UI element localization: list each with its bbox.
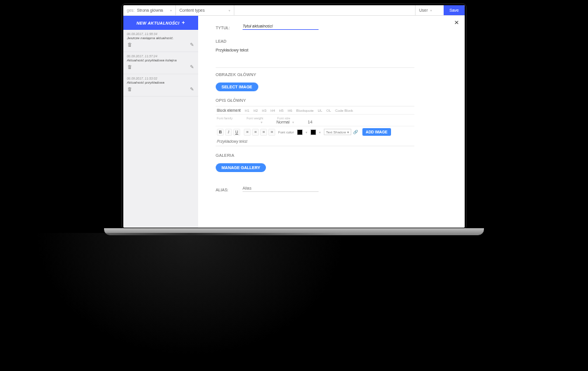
edit-icon[interactable]: ✎ [189,42,195,48]
chevron-down-icon: ▾ [170,8,172,12]
shadow [35,233,345,356]
item-timestamp: 06.09.2017, 11:53:02 [127,77,195,80]
breadcrumb-home: Strona główna [137,8,163,12]
divider [216,67,414,68]
heading-h5[interactable]: H5 [279,109,284,112]
main-desc-label: OPIS GŁÓWNY [216,98,447,102]
trash-icon[interactable]: 🗑 [127,64,133,70]
topbar-spacer [234,5,416,15]
item-title: Jeszcze następna aktualność. [127,36,195,40]
breadcrumb-pages[interactable]: ges: Strona główna ▾ [123,5,176,15]
list-item[interactable]: 06.09.2017, 11:53:02 Aktualność przykład… [123,74,198,97]
new-item-button[interactable]: NEW AKTUALNOŚCI + [123,16,198,30]
item-timestamp: 06.09.2017, 11:58:34 [127,32,195,36]
user-label: User [419,8,428,12]
underline-button[interactable]: U [233,129,240,136]
laptop-base [104,228,484,235]
align-justify-button[interactable]: ≡ [268,129,275,136]
title-label: TYTUŁ: [216,26,243,30]
chevron-down-icon[interactable]: ▾ [319,130,321,134]
heading-h4[interactable]: H4 [271,109,275,112]
bold-button[interactable]: B [217,129,224,136]
pages-label: ges: [127,8,134,12]
heading-h2[interactable]: H2 [254,109,258,112]
font-color-swatch[interactable] [297,129,303,135]
select-image-button[interactable]: SELECT IMAGE [216,83,258,91]
item-title: Aktualność przykładowa [127,81,195,84]
edit-icon[interactable]: ✎ [189,64,195,70]
user-menu[interactable]: User ▾ [416,5,444,15]
manage-gallery-button[interactable]: MANAGE GALLERY [216,163,266,172]
plus-icon: + [182,20,185,26]
add-image-button[interactable]: ADD IMAGE [362,128,391,136]
text-shadow-select[interactable]: Text Shadow ▾ [324,129,351,135]
heading-h6[interactable]: H6 [288,109,292,112]
alias-input[interactable] [243,186,319,192]
save-button[interactable]: Save [444,5,465,15]
bg-color-swatch[interactable] [310,129,316,135]
chevron-down-icon: ▾ [430,8,432,12]
block-element-label[interactable]: Block element [217,108,241,112]
lead-label: LEAD [216,39,447,43]
topbar: ges: Strona główna ▾ Content types ▾ Use… [123,5,465,16]
list-item[interactable]: 06.09.2017, 11:58:34 Jeszcze następna ak… [123,30,198,52]
font-color-label: Font color [278,130,294,134]
content-types-label: Content types [179,8,205,12]
ol-btn[interactable]: OL [326,109,331,112]
sidebar: NEW AKTUALNOŚCI + 06.09.2017, 11:58:34 J… [123,16,198,228]
font-size-value[interactable]: 14 [308,120,313,124]
edit-icon[interactable]: ✎ [189,87,195,92]
content-types-dropdown[interactable]: Content types ▾ [176,5,234,15]
blockquote-btn[interactable]: Blockquote [296,109,314,112]
main-panel: ✕ TYTUŁ: LEAD Przykładowy tekst OBRAZEK … [198,16,465,228]
trash-icon[interactable]: 🗑 [127,87,133,92]
chevron-down-icon: ▾ [261,120,262,124]
gallery-label: GALERIA [216,153,447,157]
lead-value[interactable]: Przykładowy tekst [216,48,447,52]
chevron-down-icon: ▾ [292,120,294,124]
main-image-label: OBRAZEK GŁÓWNY [216,73,447,77]
trash-icon[interactable]: 🗑 [127,42,133,48]
heading-h3[interactable]: H3 [262,109,267,112]
item-title: Aktualność przykładowa kolejna [127,59,195,62]
italic-button[interactable]: I [225,129,232,136]
ul-btn[interactable]: UL [318,109,323,112]
rich-text-editor: Block element H1 H2 H3 H4 H5 H6 Blockquo… [216,106,414,146]
align-right-button[interactable]: ≡ [260,129,267,136]
font-weight-select[interactable]: Normal ▾ [276,120,294,124]
chevron-down-icon[interactable]: ▾ [306,130,307,134]
alias-label: ALIAS: [216,188,243,192]
align-left-button[interactable]: ≡ [244,129,251,136]
link-icon[interactable]: 🔗 [352,129,359,136]
editor-content[interactable]: Przykładowy tekst [216,138,414,143]
close-icon[interactable]: ✕ [454,19,459,26]
item-timestamp: 06.09.2017, 11:57:24 [127,54,195,58]
align-center-button[interactable]: ≡ [252,129,259,136]
chevron-down-icon: ▾ [229,8,230,12]
font-family-select[interactable]: ▾ [217,120,262,124]
codeblock-btn[interactable]: Code Block [335,109,353,112]
title-input[interactable] [243,24,319,30]
list-item[interactable]: 06.09.2017, 11:57:24 Aktualność przykład… [123,52,198,74]
heading-h1[interactable]: H1 [245,109,250,112]
